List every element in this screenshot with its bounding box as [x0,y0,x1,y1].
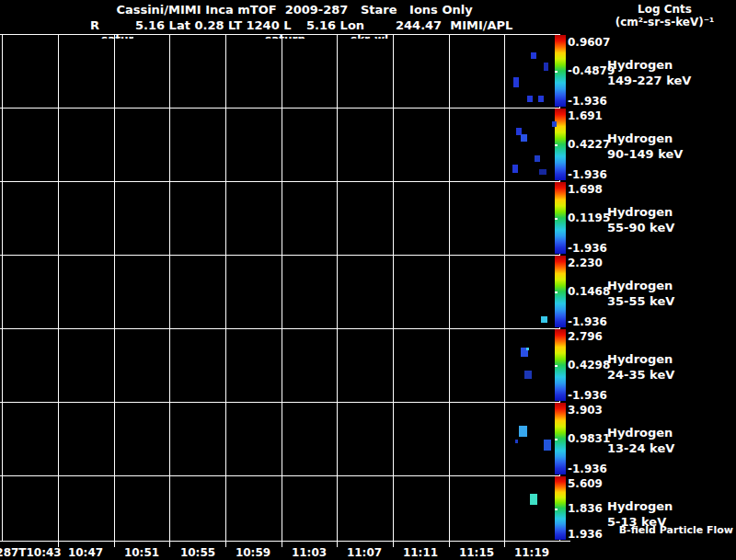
panel-species-label: Hydrogen [607,499,673,513]
panel-boundary [0,328,559,329]
colorbar-mid-label: 0.4227 [568,138,610,151]
colorbar-units-formula: (cm²-sr-s-keV)⁻¹ [593,16,736,29]
panel-species-label: Hydrogen [607,279,673,292]
colorbar-units-title: Log Cnts [593,3,736,16]
x-gridline [504,34,505,541]
data-point [515,440,518,443]
colorbar-mid-label: 0.1468 [568,285,610,298]
x-tick-label: 11:19 [514,546,549,559]
panel-energy-label: 35-55 keV [607,294,674,308]
panel-species-label: Hydrogen [607,426,673,440]
panel-boundary [0,34,559,35]
colorbar-max-label: 3.903 [568,404,603,417]
data-point [530,494,537,505]
panel-species-label: Hydrogen [607,352,673,366]
x-tick-label: 10:47 [68,546,103,559]
x-gridline [393,34,394,541]
x-axis-tick [504,541,505,547]
x-gridline [114,34,115,541]
data-point [531,52,536,59]
colorbar-min-label: -1.936 [568,389,607,402]
panel-boundary [0,108,559,109]
panel-energy-label: 149-227 keV [607,74,691,87]
x-axis-tick [393,541,394,547]
x-tick-label: 287T10:43 [0,546,62,559]
data-point [544,63,548,71]
bfield-particle-flow-label: B-field Particle Flow [619,524,733,536]
data-point [513,77,519,87]
colorbar-mid-tick [555,71,558,73]
data-point [527,96,533,102]
colorbar-mid-label: 0.1195 [568,211,610,224]
colorbar-mid-tick [555,509,558,510]
x-axis-tick [169,541,170,547]
colorbar-mid-label: 0.4298 [568,359,610,371]
colorbar-mid-label: 0.9831 [568,432,610,445]
colorbar-min-label: -1.936 [568,242,607,255]
panel-energy-label: 90-149 keV [607,147,683,161]
data-point [524,371,532,379]
colorbar-min-label: -1.936 [568,168,607,181]
page-title: Cassini/MIMI Inca mTOF 2009-287 Stare Io… [0,3,589,17]
panel-boundary [0,541,570,542]
panel-energy-label: 24-35 keV [607,368,674,382]
data-point [526,348,529,350]
panel-species-label: Hydrogen [607,205,673,219]
x-gridline [169,34,170,541]
colorbar-max-label: 5.609 [568,477,603,490]
colorbar-mid-tick [555,365,558,367]
data-point [512,165,518,173]
spectrogram-window: Cassini/MIMI Inca mTOF 2009-287 Stare Io… [0,0,736,560]
data-point [538,96,544,102]
x-tick-label: 11:11 [403,546,438,559]
panel-boundary [0,475,559,476]
x-axis-tick [337,541,338,547]
colorbar-min-label: -1.936 [568,463,607,475]
x-gridline [449,34,450,541]
x-tick-label: 10:55 [180,546,215,559]
data-point [535,155,540,162]
colorbar-mid-tick [555,144,558,146]
x-axis-tick [114,541,115,547]
data-point [519,426,527,437]
colorbar-mid-tick [555,218,558,220]
colorbar-max-label: 2.230 [568,257,603,269]
x-axis-tick [449,541,450,547]
x-gridline [58,34,59,541]
x-tick-label: 10:51 [124,546,159,559]
panel-boundary [0,402,559,403]
panel-boundary [0,181,559,182]
colorbar-min-label: -1.936 [568,95,607,108]
x-axis-tick [282,541,282,547]
x-tick-label: 11:15 [459,546,494,559]
data-point [521,134,527,142]
colorbar-mid-tick [555,439,558,440]
colorbar-max-label: 0.9607 [568,36,610,49]
x-gridline [282,34,282,541]
panel-energy-label: 55-90 keV [607,221,674,234]
colorbar-min-label: 1.936 [568,528,603,541]
colorbar-mid-tick [555,291,558,293]
panel-boundary [0,255,559,256]
colorbar-min-label: -1.936 [568,315,607,328]
data-point [552,121,557,127]
ephemeris-ids: 244.47 MIMI/APL [396,18,512,32]
x-tick-label: 10:59 [236,546,270,559]
colorbar-max-label: 2.796 [568,330,603,343]
panel-energy-label: 13-24 keV [607,441,674,455]
data-point [544,440,551,451]
panel-species-label: Hydrogen [607,58,673,72]
x-gridline [225,34,226,541]
x-tick-label: 11:07 [347,546,382,559]
data-point [539,169,546,175]
x-tick-label: 11:03 [292,546,327,559]
colorbar-max-label: 1.698 [568,183,603,196]
data-point [541,316,547,323]
colorbar-mid-label: 1.836 [568,502,603,515]
ephemeris-r-label: R [90,18,99,32]
x-axis-tick [225,541,226,547]
x-gridline [2,34,3,541]
panel-species-label: Hydrogen [607,131,673,145]
x-gridline [337,34,338,541]
colorbar-max-label: 1.691 [568,109,603,122]
